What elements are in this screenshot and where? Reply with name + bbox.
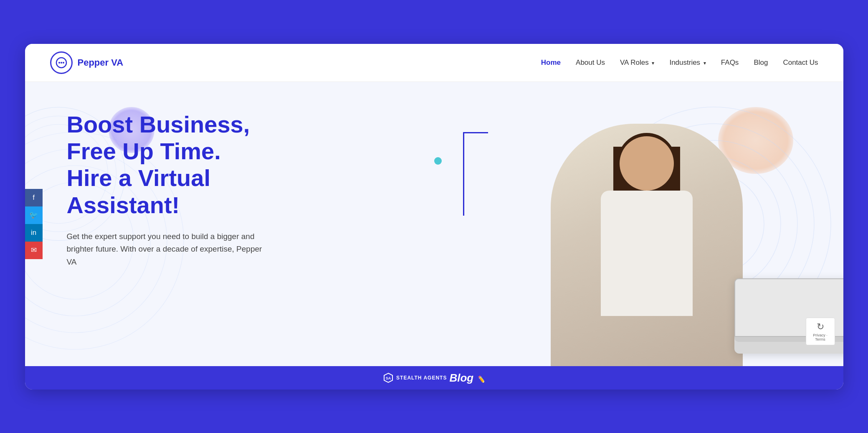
nav-link-blog[interactable]: Blog	[754, 59, 768, 66]
va-roles-chevron: ▾	[652, 60, 654, 66]
navbar: Pepper VA Home About Us VA Roles ▾ Indus…	[25, 44, 843, 82]
nav-link-industries[interactable]: Industries ▾	[669, 59, 706, 66]
recaptcha-icon: ↻	[817, 321, 824, 332]
nav-item-contact[interactable]: Contact Us	[783, 59, 818, 67]
person-body	[601, 191, 693, 316]
nav-link-home[interactable]: Home	[541, 59, 561, 66]
stealth-agents-text: STEALTH AGENTS	[396, 375, 447, 381]
stealth-hex-icon: SA	[383, 372, 394, 383]
hero-section: f 🐦 in ✉ Boost Business, Free Up Time. H…	[25, 82, 843, 366]
nav-link-va-roles[interactable]: VA Roles ▾	[620, 59, 654, 66]
nav-link-contact[interactable]: Contact Us	[783, 59, 818, 66]
nav-item-blog[interactable]: Blog	[754, 59, 768, 67]
hero-subtitle: Get the expert support you need to build…	[67, 230, 267, 268]
nav-link-about[interactable]: About Us	[576, 59, 605, 66]
bracket-decor	[463, 132, 488, 216]
social-email[interactable]: ✉	[25, 242, 43, 259]
person-head	[620, 136, 674, 191]
hero-title-line3: Hire a Virtual	[67, 165, 210, 191]
recaptcha-badge: ↻ Privacy · Terms	[806, 318, 835, 345]
person-illustration	[551, 124, 743, 366]
nav-item-faqs[interactable]: FAQs	[721, 59, 739, 67]
stealth-logo: SA STEALTH AGENTS Blog ✏️	[383, 371, 485, 385]
linkedin-icon: in	[31, 229, 36, 237]
nav-item-home[interactable]: Home	[541, 59, 561, 67]
pen-icon: ✏️	[477, 376, 485, 383]
nav-links: Home About Us VA Roles ▾ Industries ▾ FA…	[541, 59, 818, 67]
facebook-icon: f	[33, 194, 35, 202]
blog-label: Blog ✏️	[449, 371, 485, 385]
logo-icon	[50, 51, 73, 74]
twitter-icon: 🐦	[29, 211, 38, 219]
svg-point-1	[58, 62, 60, 64]
person-container	[450, 82, 843, 366]
nav-link-faqs[interactable]: FAQs	[721, 59, 739, 66]
social-twitter[interactable]: 🐦	[25, 206, 43, 224]
nav-item-industries[interactable]: Industries ▾	[669, 59, 706, 67]
svg-text:SA: SA	[386, 376, 391, 380]
brand-name: Pepper VA	[78, 57, 124, 68]
social-sidebar: f 🐦 in ✉	[25, 189, 43, 259]
nav-item-about[interactable]: About Us	[576, 59, 605, 67]
hero-title-line1: Boost Business,	[67, 111, 250, 138]
svg-point-3	[63, 62, 64, 64]
industries-chevron: ▾	[704, 60, 706, 66]
hero-title-line4: Assistant!	[67, 192, 180, 218]
browser-window: Pepper VA Home About Us VA Roles ▾ Indus…	[25, 44, 843, 390]
hero-title-line2: Free Up Time.	[67, 138, 221, 164]
footer-watermark: SA STEALTH AGENTS Blog ✏️	[25, 366, 843, 390]
social-facebook[interactable]: f	[25, 189, 43, 206]
recaptcha-text: Privacy · Terms	[810, 333, 831, 341]
nav-item-va-roles[interactable]: VA Roles ▾	[620, 59, 654, 67]
svg-point-2	[61, 62, 62, 64]
email-icon: ✉	[31, 246, 37, 255]
social-linkedin[interactable]: in	[25, 224, 43, 242]
hero-right	[450, 82, 843, 366]
hero-left: Boost Business, Free Up Time. Hire a Vir…	[25, 82, 450, 366]
logo[interactable]: Pepper VA	[50, 51, 124, 74]
hero-title: Boost Business, Free Up Time. Hire a Vir…	[67, 111, 425, 219]
